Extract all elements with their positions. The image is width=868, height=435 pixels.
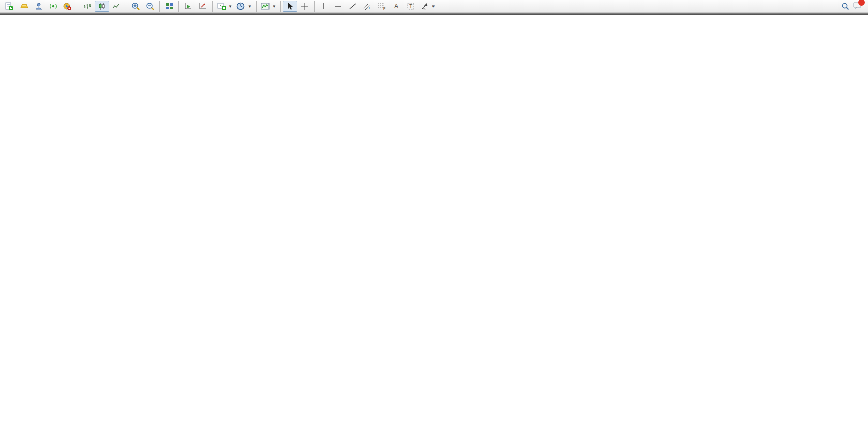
new-order-button[interactable] [2, 1, 17, 12]
toolbar-group-indicators: ▼ [256, 1, 280, 12]
horizontal-line-icon [334, 2, 343, 11]
chart-window[interactable] [0, 15, 868, 435]
svg-text:T: T [409, 4, 412, 9]
new-chart-icon [217, 2, 226, 11]
trendline-button[interactable] [346, 1, 360, 12]
chevron-down-icon[interactable]: ▼ [431, 4, 436, 9]
auto-scroll-icon [198, 2, 207, 11]
auto-trading-icon [63, 2, 72, 11]
trader-icon [34, 2, 43, 11]
shift-end-button[interactable] [181, 1, 196, 12]
channel-button[interactable]: E [360, 1, 375, 12]
bar-chart-button[interactable] [80, 1, 95, 12]
new-order-icon [4, 2, 13, 11]
channel-icon: E [363, 2, 372, 11]
horizontal-line-button[interactable] [331, 1, 346, 12]
fibonacci-icon: F [377, 2, 386, 11]
line-chart-icon [112, 2, 121, 11]
search-icon [841, 2, 850, 11]
signal-button[interactable] [46, 1, 61, 12]
zoom-out-button[interactable] [143, 1, 157, 12]
cursor-button[interactable] [283, 1, 297, 12]
indicators-button[interactable]: ▼ [259, 1, 278, 12]
toolbar-group-newchart: ▼ ▼ [212, 1, 256, 12]
zoom-out-icon [145, 2, 155, 11]
zoom-in-button[interactable] [128, 1, 143, 12]
gold-bar-icon [20, 2, 29, 11]
new-chart-button[interactable]: ▼ [215, 1, 234, 12]
crosshair-button[interactable] [297, 1, 312, 12]
auto-trading-button[interactable] [61, 1, 76, 12]
bar-chart-icon [83, 2, 92, 11]
svg-text:A: A [394, 3, 398, 10]
shift-end-icon [184, 2, 193, 11]
fibonacci-button[interactable]: F [375, 1, 389, 12]
search-button[interactable] [838, 1, 852, 12]
svg-text:E: E [369, 6, 371, 10]
trendline-icon [348, 2, 357, 11]
chevron-down-icon[interactable]: ▼ [228, 4, 232, 9]
vertical-line-icon [319, 2, 328, 11]
line-chart-button[interactable] [109, 1, 124, 12]
candlestick-button[interactable] [95, 1, 109, 12]
toolbar: ▼ ▼ ▼ [0, 0, 868, 13]
toolbar-group-charttype [78, 1, 126, 12]
toolbar-group-windows [159, 1, 178, 12]
shapes-icon [420, 2, 429, 11]
gold-button[interactable] [17, 1, 32, 12]
text-label-button[interactable]: T [403, 1, 418, 12]
svg-text:F: F [383, 7, 385, 10]
tile-windows-icon [164, 2, 174, 11]
signal-icon [49, 2, 58, 11]
toolbar-group-cursor [280, 1, 314, 12]
price-chart[interactable] [0, 15, 868, 435]
chevron-down-icon[interactable]: ▼ [248, 4, 252, 9]
chevron-down-icon[interactable]: ▼ [272, 4, 276, 9]
toolbar-group-objects: E F A T ▼ [314, 1, 440, 12]
shapes-button[interactable]: ▼ [418, 1, 438, 12]
candlestick-icon [97, 2, 107, 11]
zoom-in-icon [131, 2, 140, 11]
text-label-icon: T [406, 2, 415, 11]
toolbar-group-zoom [126, 1, 159, 12]
auto-scroll-button[interactable] [196, 1, 210, 12]
crosshair-icon [300, 2, 309, 11]
vertical-line-button[interactable] [317, 1, 331, 12]
cursor-icon [286, 2, 295, 11]
chat-button[interactable] [852, 1, 862, 12]
indicators-icon [261, 2, 270, 11]
period-button[interactable]: ▼ [234, 1, 254, 12]
toolbar-group-scroll [178, 1, 212, 12]
notification-badge [858, 0, 865, 6]
timeframe-group [440, 1, 444, 12]
text-button[interactable]: A [389, 1, 403, 12]
period-clock-icon [236, 2, 246, 11]
trader-button[interactable] [32, 1, 46, 12]
text-icon: A [392, 2, 401, 11]
tile-windows-button[interactable] [162, 1, 176, 12]
toolbar-group-trade [0, 1, 78, 12]
